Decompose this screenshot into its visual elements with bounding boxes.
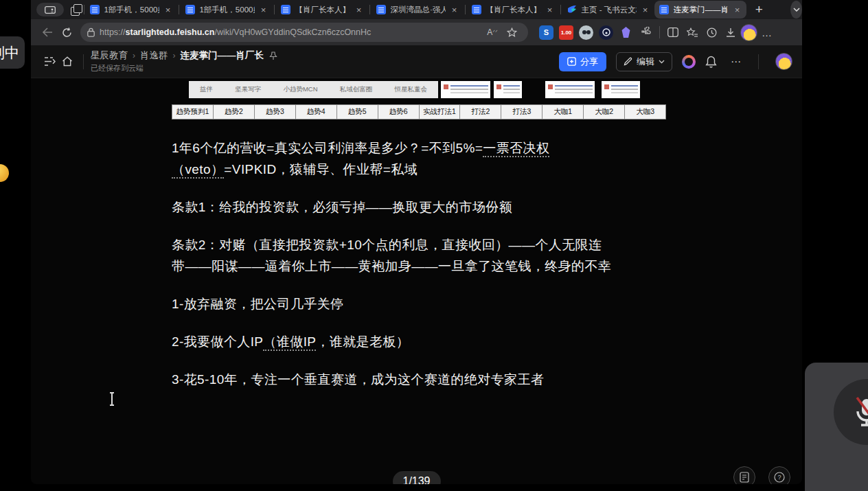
image-thumbnail <box>602 81 640 98</box>
browser-tab[interactable]: 连麦掌门——肖厂× <box>654 1 746 19</box>
new-tab-button[interactable]: + <box>753 2 764 17</box>
doc-more-menu-button[interactable]: ⋯ <box>731 56 742 68</box>
browser-tab[interactable]: 深圳湾晶总·强人× <box>372 1 464 19</box>
tab-title: 连麦掌门——肖厂 <box>673 5 729 15</box>
feishu-logo-icon <box>567 5 577 14</box>
feishu-doc-icon <box>472 5 481 14</box>
table-tab-cell[interactable]: 趋势6 <box>378 104 420 119</box>
tab-close-icon[interactable]: × <box>163 5 172 15</box>
paragraph-text: ，谁就是老板） <box>316 334 409 349</box>
spellcheck-underlined-text: （谁做IP <box>263 334 316 351</box>
image-label: 坚果写字 <box>235 85 261 94</box>
browser-settings-menu-button[interactable]: … <box>762 27 773 38</box>
tab-title: 【肖厂长本人】直 <box>295 5 350 15</box>
browser-profile-avatar[interactable] <box>740 24 757 41</box>
table-tab-cell[interactable]: 趋势3 <box>255 104 296 119</box>
tab-close-icon[interactable]: × <box>732 5 742 15</box>
extension-s-icon[interactable]: S <box>539 25 553 40</box>
breadcrumb-folder[interactable]: 肖逸群 <box>140 49 168 62</box>
doc-paragraph[interactable]: 条款2：对赌（直接把投资款+10个点的利息，直接收回）——个人无限连带——阳谋—… <box>172 234 666 277</box>
table-tab-cell[interactable]: 趋势2 <box>214 104 255 119</box>
presence-ring-icon[interactable] <box>682 55 696 69</box>
paragraph-text: 条款1：给我的投资款，必须亏掉——换取更大的市场份额 <box>172 200 512 214</box>
doc-paragraph[interactable]: 2-我要做个人IP（谁做IP，谁就是老板） <box>172 331 666 352</box>
edit-button[interactable]: 编辑 <box>616 52 672 71</box>
download-icon <box>726 27 735 38</box>
lock-icon <box>87 27 95 37</box>
tab-close-icon[interactable]: × <box>354 5 363 15</box>
browser-tab[interactable]: 1部手机，5000好× <box>85 1 177 19</box>
address-bar[interactable]: https://starlightedu.feishu.cn/wiki/VqH0… <box>80 23 528 42</box>
table-tab-cell[interactable]: 趋势4 <box>296 104 337 119</box>
table-tab-cell[interactable]: 打法3 <box>501 104 542 119</box>
tab-title: 1部手机，5000好 <box>104 5 159 15</box>
back-arrow-icon <box>42 27 53 37</box>
video-call-tile[interactable] <box>805 363 868 491</box>
image-label: 小趋势MCN <box>283 85 317 94</box>
embedded-image[interactable]: 益伴坚果写字小趋势MCN私域创富圈恒星私董会 <box>172 81 666 101</box>
chevron-down-icon <box>793 8 800 12</box>
pin-icon[interactable] <box>269 52 277 60</box>
tab-close-icon[interactable]: × <box>258 5 268 15</box>
save-status-text: 已经保存到云端 <box>91 63 277 73</box>
table-tab-cell[interactable]: 大咖1 <box>542 104 584 119</box>
doc-paragraph[interactable]: 3-花5-10年，专注一个垂直赛道，成为这个赛道的绝对专家王者 <box>172 369 666 390</box>
notifications-button[interactable] <box>705 56 717 68</box>
extension-purple-icon[interactable] <box>619 25 633 40</box>
image-label: 私域创富圈 <box>340 85 373 94</box>
feishu-doc-icon <box>185 5 195 14</box>
browser-tab[interactable]: 【肖厂长本人】直× <box>467 1 559 19</box>
feishu-doc-icon <box>659 5 669 14</box>
browser-tab[interactable]: 【肖厂长本人】直× <box>276 1 368 19</box>
split-screen-button[interactable] <box>663 23 683 42</box>
doc-paragraph[interactable]: 条款1：给我的投资款，必须亏掉——换取更大的市场份额 <box>172 196 666 218</box>
refresh-button[interactable] <box>57 23 76 42</box>
breadcrumb-doc-title[interactable]: 连麦掌门——肖厂长 <box>181 49 264 62</box>
feishu-doc-icon <box>90 5 100 14</box>
participant-avatar-circle <box>834 379 868 445</box>
feishu-user-avatar[interactable] <box>775 53 792 70</box>
table-tab-cell[interactable]: 大咖3 <box>625 104 666 119</box>
page-indicator: 1/139 <box>392 471 440 484</box>
tab-activity-button[interactable] <box>36 3 64 16</box>
moon-face-icon <box>602 28 610 36</box>
home-button[interactable] <box>58 53 76 71</box>
read-aloud-button[interactable]: Aᐟᐟ <box>483 23 502 42</box>
tab-title: 主页 - 飞书云文档 <box>581 5 637 15</box>
doc-paragraph[interactable]: 1-放弃融资，把公司几乎关停 <box>172 293 666 315</box>
extension-avatar-icon[interactable] <box>579 25 593 40</box>
svg-text:?: ? <box>777 474 781 481</box>
collections-button[interactable] <box>683 23 702 42</box>
table-tab-cell[interactable]: 趋势预判1 <box>172 104 214 119</box>
image-thumbnail <box>441 81 490 98</box>
table-tab-cell[interactable]: 实战打法1 <box>420 104 461 119</box>
history-button[interactable] <box>702 23 721 42</box>
browser-tab[interactable]: 主页 - 飞书云文档× <box>562 1 654 19</box>
tab-close-icon[interactable]: × <box>545 5 554 15</box>
sidebar-toggle-button[interactable] <box>41 53 58 71</box>
favorite-star-button[interactable] <box>502 23 521 42</box>
breadcrumb-space[interactable]: 星辰教育 <box>91 49 128 62</box>
help-button[interactable]: ? <box>768 466 790 484</box>
microphone-muted-icon <box>853 396 868 428</box>
table-tab-cell[interactable]: 大咖2 <box>584 104 625 119</box>
downloads-button[interactable] <box>721 23 740 42</box>
extension-dark-face-icon[interactable] <box>599 25 613 40</box>
extensions-menu-button[interactable] <box>639 25 653 40</box>
share-button[interactable]: 分享 <box>559 52 606 71</box>
extension-price-badge-icon[interactable]: 1.00 <box>559 25 573 40</box>
back-button[interactable] <box>38 23 57 42</box>
browser-tab[interactable]: 1部手机，5000好× <box>181 1 273 19</box>
home-icon <box>62 56 73 67</box>
tab-list-dropdown-button[interactable] <box>790 1 802 19</box>
table-tab-cell[interactable]: 趋势5 <box>337 104 378 119</box>
header-divider <box>758 54 759 69</box>
tab-close-icon[interactable]: × <box>640 5 650 15</box>
doc-paragraph[interactable]: 1年6个亿的营收=真实公司利润率是多少？=不到5%=一票否决权（veto）=VI… <box>172 137 666 180</box>
catalog-button[interactable] <box>733 466 755 484</box>
tab-close-icon[interactable]: × <box>449 5 459 15</box>
doc-table-tab-row: 趋势预判1趋势2趋势3趋势4趋势5趋势6实战打法1打法2打法3大咖1大咖2大咖3 <box>172 104 666 119</box>
table-tab-cell[interactable]: 打法2 <box>460 104 501 119</box>
tab-groups-icon[interactable] <box>71 4 78 15</box>
paragraph-text: 带——阳谋——逼着你上市——黄袍加身——一旦拿了这笔钱，终身的不幸 <box>172 259 611 273</box>
